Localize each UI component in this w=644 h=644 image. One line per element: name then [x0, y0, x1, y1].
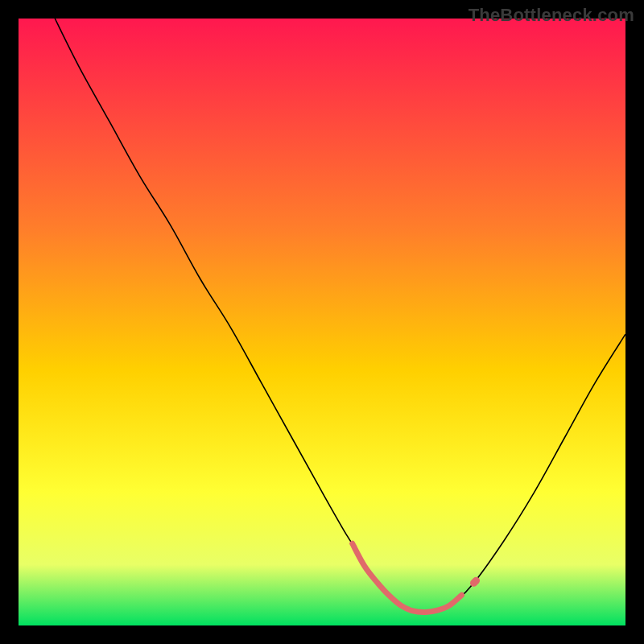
- plot-area: [19, 19, 625, 625]
- chart-frame: TheBottleneck.com: [0, 0, 644, 644]
- plot-svg: [19, 19, 625, 625]
- sweet-spot-dot: [474, 580, 477, 583]
- watermark-text: TheBottleneck.com: [469, 5, 634, 26]
- heatmap-background: [19, 19, 625, 625]
